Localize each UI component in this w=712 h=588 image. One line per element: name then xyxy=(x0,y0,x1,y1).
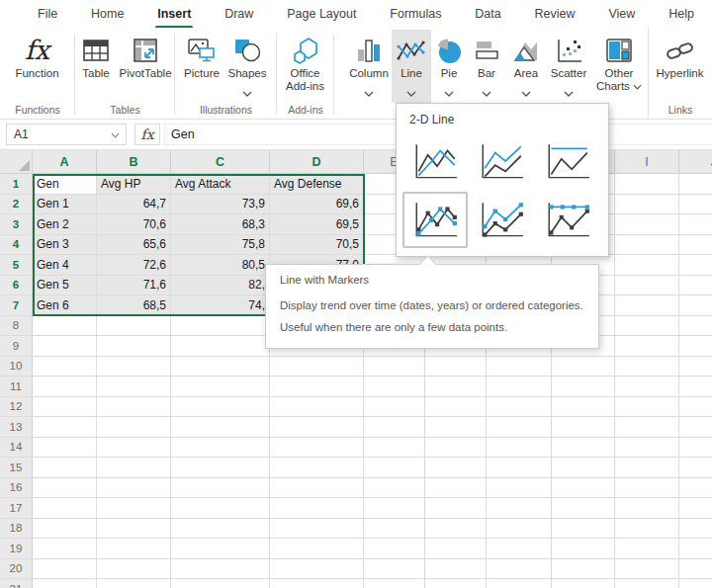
cell-I14[interactable] xyxy=(615,438,679,459)
row-number-9[interactable]: 9 xyxy=(0,336,33,357)
cell-E14[interactable] xyxy=(364,438,425,459)
cell-I6[interactable] xyxy=(615,276,679,296)
cell-B16[interactable] xyxy=(97,478,171,499)
cell-I15[interactable] xyxy=(615,458,679,478)
cell-A7[interactable]: Gen 6 xyxy=(33,295,97,316)
cell-J9[interactable] xyxy=(679,336,712,357)
cell-I2[interactable] xyxy=(615,195,679,215)
cell-E21[interactable] xyxy=(364,579,425,588)
cell-D11[interactable] xyxy=(270,377,364,397)
cell-D3[interactable]: 69,5 xyxy=(270,214,364,235)
cell-I20[interactable] xyxy=(615,559,679,580)
column-header-c[interactable]: C xyxy=(171,150,270,174)
row-number-3[interactable]: 3 xyxy=(0,214,33,235)
cell-G17[interactable] xyxy=(487,498,552,519)
cell-A12[interactable] xyxy=(33,397,97,418)
row-number-20[interactable]: 20 xyxy=(0,559,33,580)
cell-A8[interactable] xyxy=(33,316,97,337)
row-number-4[interactable]: 4 xyxy=(0,235,33,256)
cell-G21[interactable] xyxy=(487,579,552,588)
cell-I16[interactable] xyxy=(615,478,679,499)
cell-C3[interactable]: 68,3 xyxy=(171,214,270,235)
cell-E17[interactable] xyxy=(364,498,425,519)
cell-E12[interactable] xyxy=(364,397,425,418)
scatter-chart-button[interactable]: Scatter xyxy=(546,30,591,103)
cell-H21[interactable] xyxy=(552,579,615,588)
gallery-item-100-percent-stacked-line[interactable] xyxy=(535,133,600,190)
cell-G18[interactable] xyxy=(487,519,552,540)
column-header-d[interactable]: D xyxy=(270,150,364,174)
cell-J18[interactable] xyxy=(679,519,712,540)
cell-I19[interactable] xyxy=(615,539,679,559)
cell-C16[interactable] xyxy=(171,478,270,499)
menu-item-file[interactable]: File xyxy=(36,1,59,27)
cell-E16[interactable] xyxy=(364,478,425,499)
cell-A17[interactable] xyxy=(33,498,97,519)
cell-B8[interactable] xyxy=(97,316,171,337)
cell-F14[interactable] xyxy=(425,438,487,459)
row-number-8[interactable]: 8 xyxy=(0,316,33,337)
row-number-10[interactable]: 10 xyxy=(0,357,33,378)
cell-G10[interactable] xyxy=(487,357,552,378)
cell-G20[interactable] xyxy=(487,559,552,580)
column-chart-button[interactable]: Column xyxy=(346,30,392,103)
cell-C7[interactable]: 74, xyxy=(171,295,270,316)
cell-C4[interactable]: 75,8 xyxy=(171,235,270,256)
row-number-17[interactable]: 17 xyxy=(0,498,33,519)
menu-item-review[interactable]: Review xyxy=(533,1,578,27)
cell-H20[interactable] xyxy=(552,559,615,580)
cell-G12[interactable] xyxy=(487,397,552,418)
cell-I13[interactable] xyxy=(615,417,679,438)
cell-H18[interactable] xyxy=(552,519,615,540)
row-number-19[interactable]: 19 xyxy=(0,539,33,559)
cell-C18[interactable] xyxy=(171,519,270,540)
cell-D4[interactable]: 70,5 xyxy=(270,235,364,256)
cell-F15[interactable] xyxy=(425,458,487,478)
cell-A5[interactable]: Gen 4 xyxy=(33,255,97,276)
cell-J15[interactable] xyxy=(679,458,712,478)
cell-E11[interactable] xyxy=(364,377,425,397)
cell-D20[interactable] xyxy=(270,559,364,580)
cell-F20[interactable] xyxy=(425,559,487,580)
hyperlink-button[interactable]: Hyperlink xyxy=(650,30,711,103)
cell-F21[interactable] xyxy=(425,579,487,588)
row-number-12[interactable]: 12 xyxy=(0,397,33,418)
cell-F19[interactable] xyxy=(425,539,487,559)
row-number-15[interactable]: 15 xyxy=(0,458,33,478)
cell-A3[interactable]: Gen 2 xyxy=(33,214,97,235)
cell-B15[interactable] xyxy=(97,458,171,478)
office-addins-button[interactable]: Office Add-ins xyxy=(278,30,333,103)
picture-button[interactable]: Picture xyxy=(180,30,223,103)
menu-item-draw[interactable]: Draw xyxy=(222,1,255,27)
cell-D16[interactable] xyxy=(270,478,364,499)
cell-J14[interactable] xyxy=(679,438,712,459)
gallery-item-line-with-markers[interactable] xyxy=(402,192,468,248)
gallery-item-stacked-line[interactable] xyxy=(469,133,534,190)
cell-J13[interactable] xyxy=(679,417,712,438)
cell-D13[interactable] xyxy=(270,417,364,438)
cell-E13[interactable] xyxy=(364,417,425,438)
cell-H15[interactable] xyxy=(552,458,615,478)
cell-C8[interactable] xyxy=(171,316,270,337)
cell-C1[interactable]: Avg Attack xyxy=(171,174,270,195)
cell-J6[interactable] xyxy=(679,276,712,296)
cell-J12[interactable] xyxy=(679,397,712,418)
cell-F13[interactable] xyxy=(425,417,487,438)
cell-A9[interactable] xyxy=(33,336,97,357)
cell-J11[interactable] xyxy=(679,377,712,397)
cell-D15[interactable] xyxy=(270,458,364,478)
table-button[interactable]: Table xyxy=(75,30,117,103)
cell-C10[interactable] xyxy=(171,357,270,378)
cell-B13[interactable] xyxy=(97,417,171,438)
row-number-16[interactable]: 16 xyxy=(0,478,33,499)
cell-B5[interactable]: 72,6 xyxy=(97,255,171,276)
cell-J1[interactable] xyxy=(679,174,712,195)
cell-C11[interactable] xyxy=(171,377,270,397)
cell-E15[interactable] xyxy=(364,458,425,478)
cell-B7[interactable]: 68,5 xyxy=(97,295,171,316)
cell-B18[interactable] xyxy=(97,519,171,540)
menu-item-page-layout[interactable]: Page Layout xyxy=(285,1,358,27)
cell-H19[interactable] xyxy=(552,539,615,559)
cell-A2[interactable]: Gen 1 xyxy=(33,195,97,215)
gallery-item-line[interactable] xyxy=(402,133,468,190)
